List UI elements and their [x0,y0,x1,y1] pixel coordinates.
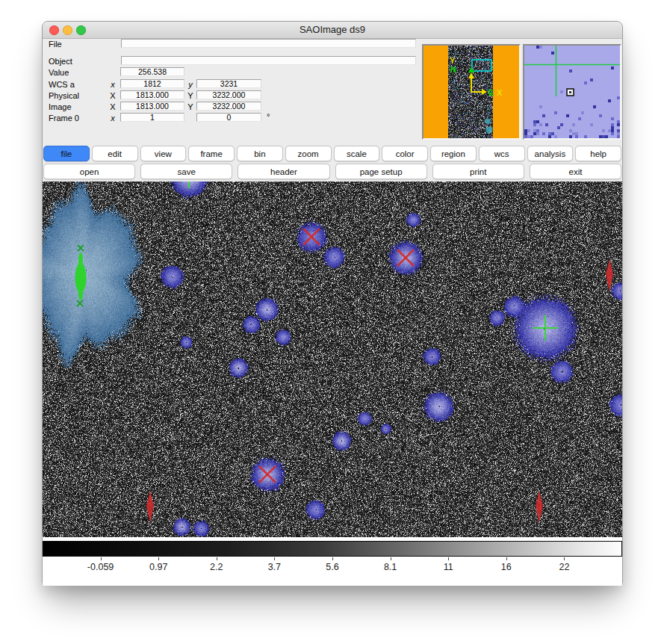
value-field[interactable]: 256.538 [120,67,184,76]
info-row-frame: Frame 0 x 1 0 ° [43,114,461,123]
menu-button-bin[interactable]: bin [237,146,283,161]
colorbar-tick-label: 2.2 [210,562,223,572]
menu-button-scale[interactable]: scale [334,146,380,161]
menu-button-color[interactable]: color [382,146,428,161]
image-x-field[interactable]: 1813.000 [120,102,184,111]
menu-button-file[interactable]: file [43,146,90,161]
physical-label: Physical [49,91,79,100]
menu-button-page-setup[interactable]: page setup [335,164,427,179]
object-field[interactable] [121,56,416,65]
info-panel: File Object Value 256.538 WCS a x 1812 y… [43,39,622,143]
physical-x-label: X [108,91,117,100]
ds9-window: SAOImage ds9 File Object Value 256.538 W… [42,21,623,584]
colorbar-tick [101,557,102,560]
menu-button-exit[interactable]: exit [530,164,621,179]
physical-y-field[interactable]: 3232.000 [196,90,261,99]
colorbar-tick-label: 5.6 [326,562,338,572]
menu-button-frame[interactable]: frame [188,146,235,161]
colorbar-tick-label: 0.97 [149,562,167,572]
colorbar-tick [448,557,449,560]
colorbar-tick [217,557,217,560]
image-x-label: X [108,102,117,111]
image-y-label: Y [186,102,195,111]
wcs-x-field[interactable]: 1812 [120,79,184,88]
info-row-wcs: WCS a x 1812 y 3231 [43,80,461,90]
wcs-label: WCS a [49,80,75,89]
info-row-value: Value 256.538 [43,68,461,78]
title-bar[interactable]: SAOImage ds9 [43,22,622,39]
menu-button-help[interactable]: help [575,146,621,161]
magnifier-frame [523,44,621,140]
colorbar-scale[interactable] [43,541,622,557]
physical-x-field[interactable]: 1813.000 [120,90,184,99]
info-row-physical: Physical X 1813.000 Y 3232.000 [43,91,461,101]
colorbar-tick [391,557,391,560]
menu-button-header[interactable]: header [238,164,329,179]
colorbar-tick-label: -0.059 [87,562,114,572]
physical-y-label: Y [186,91,195,100]
menu-button-wcs[interactable]: wcs [479,146,525,161]
info-row-object: Object [43,57,461,66]
menu-button-view[interactable]: view [140,146,187,161]
menu-button-open[interactable]: open [43,164,135,179]
colorbar-tick-label: 11 [444,562,453,572]
image-label: Image [49,102,72,111]
menu-row-secondary: opensaveheaderpage setupprintexit [43,164,621,179]
colorbar-tick [158,557,159,560]
value-label: Value [49,68,69,77]
menu-button-analysis[interactable]: analysis [527,146,574,161]
window-title: SAOImage ds9 [43,24,622,35]
colorbar-tick [332,557,333,560]
menu-button-zoom[interactable]: zoom [285,146,332,161]
sky-image-canvas[interactable] [43,182,622,537]
image-y-field[interactable]: 3232.000 [196,102,261,111]
frame-x-label: x [108,114,117,123]
wcs-x-label: x [108,80,117,89]
colorbar-tick [506,557,507,560]
colorbar-tick-label: 8.1 [384,562,397,572]
image-display-area [43,182,622,537]
colorbar-tick-label: 16 [501,562,512,572]
magnifier-canvas [524,46,620,138]
wcs-y-label: y [186,80,195,89]
colorbar-tick [274,557,275,560]
menu-row-primary: fileeditviewframebinzoomscalecolorregion… [43,146,621,161]
frame-label: Frame 0 [49,114,79,123]
wcs-y-field[interactable]: 3231 [196,79,261,88]
panner-canvas[interactable] [423,46,519,138]
file-field[interactable] [121,39,416,48]
colorbar-tick-label: 22 [559,562,569,572]
object-label: Object [49,57,72,66]
colorbar-tick-label: 3.7 [268,562,281,572]
menu-button-save[interactable]: save [140,164,232,179]
degree-symbol: ° [267,112,270,121]
menu-button-print[interactable]: print [432,164,524,179]
menu-button-edit[interactable]: edit [92,146,138,161]
colorbar-tick [564,557,565,560]
menu-bar: fileeditviewframebinzoomscalecolorregion… [43,143,622,182]
info-row-file: File [43,40,461,49]
desktop: SAOImage ds9 File Object Value 256.538 W… [0,0,664,644]
frame-zoom-field[interactable]: 1 [120,113,184,122]
info-row-image: Image X 1813.000 Y 3232.000 [43,102,461,112]
menu-button-region[interactable]: region [430,146,477,161]
colorbar-panel: -0.0590.972.23.75.68.1111622 [43,537,622,586]
panner-frame [422,44,521,140]
file-label: File [49,40,62,49]
frame-rotate-field[interactable]: 0 [196,113,261,122]
